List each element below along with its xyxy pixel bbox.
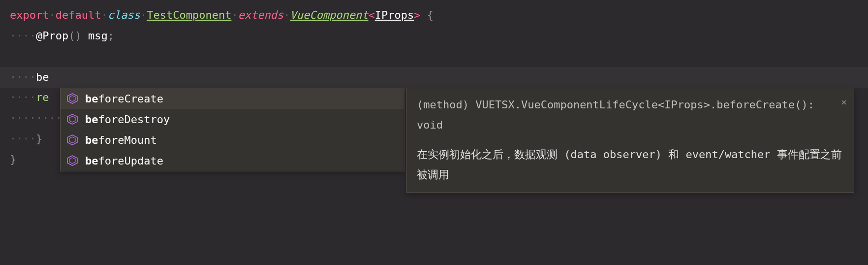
indent: ···· [10,30,36,42]
documentation-tooltip: × (method) VUETSX.VueComponentLifeCycle<… [406,88,854,193]
generic-type: IProps [375,9,414,21]
doc-description: 在实例初始化之后，数据观测 (data observer) 和 event/wa… [417,145,844,185]
method-icon [66,134,78,146]
keyword-default: default [56,9,101,21]
method-icon [66,113,78,125]
autocomplete-label: beforeDestroy [85,113,170,126]
method-text: re [36,91,49,103]
svg-marker-7 [69,158,75,164]
svg-marker-3 [69,116,75,122]
svg-marker-6 [67,156,77,166]
code-line-2: ····@Prop() msg; [10,26,858,46]
method-icon [66,93,78,104]
autocomplete-label: beforeMount [85,134,157,146]
svg-marker-0 [67,94,77,103]
indent: ···· [10,71,36,83]
autocomplete-dropdown[interactable]: beforeCreate beforeDestroy beforeMount b… [60,88,404,171]
code-line-4: ····be [10,67,858,88]
generic-close: > [414,9,420,21]
doc-signature: (method) VUETSX.VueComponentLifeCycle<IP… [417,95,844,135]
close-icon[interactable]: × [841,93,847,111]
keyword-export: export [10,9,49,21]
code-line-blank [10,46,858,67]
autocomplete-item-beforeDestroy[interactable]: beforeDestroy [61,109,404,130]
svg-marker-2 [67,114,77,124]
autocomplete-item-beforeCreate[interactable]: beforeCreate [61,88,404,109]
autocomplete-label: beforeUpdate [85,155,163,167]
code-line-1: export·default·class·TestComponent·exten… [10,5,858,26]
svg-marker-1 [69,96,75,101]
close-brace: } [36,132,42,145]
class-name: TestComponent [147,9,231,21]
close-brace: } [10,153,16,166]
open-brace: { [421,9,434,21]
semicolon: ; [108,30,114,42]
decorator-parens: () [68,30,82,42]
autocomplete-item-beforeMount[interactable]: beforeMount [61,130,404,150]
generic-open: < [369,9,375,21]
base-class-name: VueComponent [290,9,369,21]
property-name: msg [88,30,108,42]
decorator: @Prop [36,30,68,42]
typed-text: be [36,71,49,83]
autocomplete-label: beforeCreate [85,93,163,105]
svg-marker-4 [67,135,77,145]
indent: ···· [10,91,36,103]
method-icon [66,155,78,166]
indent: ········ [10,112,62,124]
keyword-class: class [108,9,140,21]
indent: ···· [10,132,36,145]
svg-marker-5 [69,137,75,143]
autocomplete-item-beforeUpdate[interactable]: beforeUpdate [61,150,404,171]
keyword-extends: extends [238,9,284,21]
